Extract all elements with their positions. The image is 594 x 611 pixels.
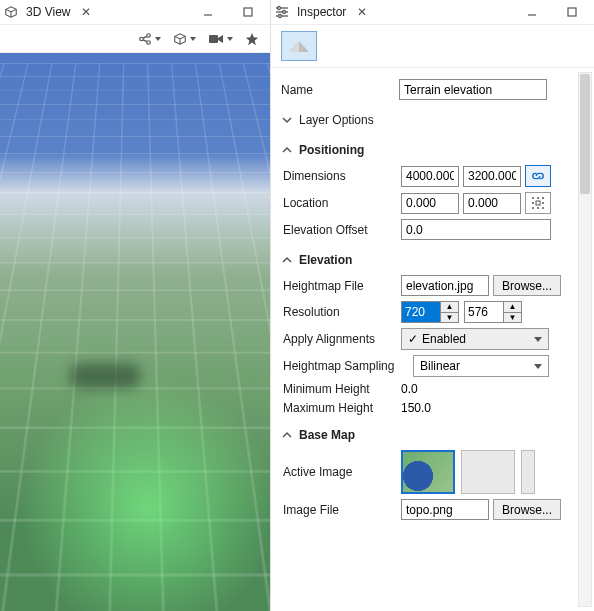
view3d-titlebar: 3D View ✕ <box>0 0 270 25</box>
svg-point-2 <box>140 37 144 41</box>
max-height-value: 150.0 <box>401 401 431 415</box>
heightmap-file-input[interactable] <box>401 275 489 296</box>
svg-point-18 <box>542 197 544 199</box>
svg-point-9 <box>278 7 281 10</box>
svg-point-3 <box>147 33 151 37</box>
terrain-type-icon[interactable] <box>281 31 317 61</box>
svg-rect-1 <box>244 8 252 16</box>
svg-rect-5 <box>209 35 218 43</box>
min-height-label: Minimum Height <box>283 382 401 396</box>
section-basemap[interactable]: Base Map <box>281 425 584 445</box>
spin-up[interactable]: ▲ <box>504 302 521 313</box>
svg-point-10 <box>283 11 286 14</box>
view3d-title: 3D View <box>22 3 74 21</box>
location-y-input[interactable] <box>463 193 521 214</box>
object-type-row <box>271 25 594 68</box>
basemap-thumb-2[interactable] <box>461 450 515 494</box>
location-label: Location <box>283 196 401 210</box>
resolution-label: Resolution <box>283 305 401 319</box>
image-file-browse-button[interactable]: Browse... <box>493 499 561 520</box>
apply-align-label: Apply Alignments <box>283 332 401 346</box>
min-height-value: 0.0 <box>401 382 418 396</box>
location-x-input[interactable] <box>401 193 459 214</box>
image-file-label: Image File <box>283 503 401 517</box>
elevation-title: Elevation <box>299 253 352 267</box>
window-maximize[interactable] <box>554 3 590 21</box>
inspector-icon <box>275 5 289 19</box>
snap-location-button[interactable] <box>525 192 551 214</box>
section-layer-options[interactable]: Layer Options <box>281 110 584 130</box>
share-menu[interactable] <box>135 30 164 48</box>
link-dimensions-toggle[interactable] <box>525 165 551 187</box>
dimensions-x-input[interactable] <box>401 166 459 187</box>
camera-menu[interactable] <box>205 31 236 47</box>
inspector-title: Inspector <box>293 3 350 21</box>
chevron-up-icon <box>281 429 293 441</box>
svg-rect-20 <box>536 201 540 205</box>
scrollbar-handle[interactable] <box>580 74 590 194</box>
sampling-value: Bilinear <box>420 359 460 373</box>
heightmap-file-label: Heightmap File <box>283 279 401 293</box>
svg-point-16 <box>532 197 534 199</box>
inspector-titlebar: Inspector ✕ <box>271 0 594 25</box>
chevron-down-icon <box>281 114 293 126</box>
dimensions-label: Dimensions <box>283 169 401 183</box>
svg-point-17 <box>537 197 539 199</box>
name-label: Name <box>281 83 399 97</box>
window-minimize[interactable] <box>514 3 550 21</box>
spin-up[interactable]: ▲ <box>441 302 458 313</box>
sampling-label: Heightmap Sampling <box>283 359 413 373</box>
cube-menu[interactable] <box>170 30 199 48</box>
section-elevation[interactable]: Elevation <box>281 250 584 270</box>
name-input[interactable] <box>399 79 547 100</box>
svg-point-4 <box>147 40 151 44</box>
layer-options-title: Layer Options <box>299 113 374 127</box>
bookmark-button[interactable] <box>242 30 262 48</box>
svg-point-21 <box>542 202 544 204</box>
inspector-scrollbar[interactable] <box>578 72 592 607</box>
section-positioning[interactable]: Positioning <box>281 140 584 160</box>
viewport-3d[interactable] <box>0 53 270 611</box>
cube-icon <box>4 5 18 19</box>
view3d-toolbar <box>0 25 270 53</box>
svg-point-22 <box>532 207 534 209</box>
resolution-x-input[interactable] <box>402 302 440 322</box>
spin-down[interactable]: ▼ <box>441 313 458 323</box>
resolution-y-input[interactable] <box>465 302 503 322</box>
resolution-y-spinner[interactable]: ▲▼ <box>464 301 522 323</box>
elev-offset-label: Elevation Offset <box>283 223 401 237</box>
sampling-select[interactable]: Bilinear <box>413 355 549 377</box>
active-image-label: Active Image <box>283 465 401 479</box>
window-maximize[interactable] <box>230 3 266 21</box>
view3d-tab-close[interactable]: ✕ <box>78 5 94 19</box>
spin-down[interactable]: ▼ <box>504 313 521 323</box>
dimensions-y-input[interactable] <box>463 166 521 187</box>
svg-point-23 <box>537 207 539 209</box>
resolution-x-spinner[interactable]: ▲▼ <box>401 301 459 323</box>
heightmap-browse-button[interactable]: Browse... <box>493 275 561 296</box>
svg-point-24 <box>542 207 544 209</box>
chevron-up-icon <box>281 144 293 156</box>
positioning-title: Positioning <box>299 143 364 157</box>
image-file-input[interactable] <box>401 499 489 520</box>
max-height-label: Maximum Height <box>283 401 401 415</box>
apply-align-value: Enabled <box>408 332 466 346</box>
window-minimize[interactable] <box>190 3 226 21</box>
elev-offset-input[interactable] <box>401 219 551 240</box>
chevron-up-icon <box>281 254 293 266</box>
apply-align-select[interactable]: Enabled <box>401 328 549 350</box>
svg-point-11 <box>279 15 282 18</box>
basemap-thumb-1[interactable] <box>401 450 455 494</box>
svg-rect-13 <box>568 8 576 16</box>
basemap-thumb-3[interactable] <box>521 450 535 494</box>
inspector-tab-close[interactable]: ✕ <box>354 5 370 19</box>
svg-point-19 <box>532 202 534 204</box>
svg-marker-15 <box>289 41 299 52</box>
basemap-title: Base Map <box>299 428 355 442</box>
